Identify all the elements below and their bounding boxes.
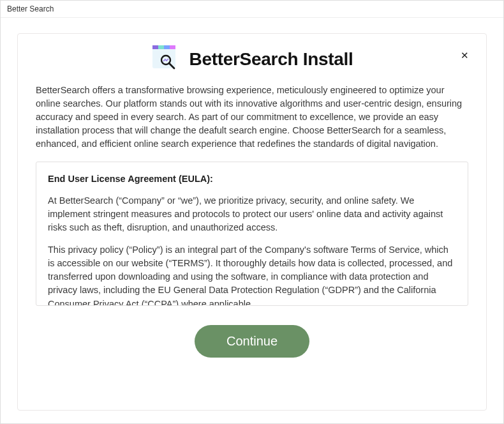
close-button[interactable]: ✕ bbox=[457, 48, 472, 63]
installer-title: BetterSearch Install bbox=[189, 49, 353, 70]
installer-card: BetterSearch Install ✕ BetterSearch offe… bbox=[17, 33, 487, 411]
continue-button[interactable]: Continue bbox=[195, 325, 309, 358]
eula-scrollbox[interactable]: End User License Agreement (EULA): At Be… bbox=[36, 162, 468, 306]
content-area: BetterSearch Install ✕ BetterSearch offe… bbox=[1, 18, 503, 423]
header-inner: BetterSearch Install bbox=[151, 45, 353, 73]
eula-heading: End User License Agreement (EULA): bbox=[48, 172, 456, 186]
button-row: Continue bbox=[36, 325, 468, 358]
eula-paragraph: At BetterSearch (“Company” or “we”), we … bbox=[48, 194, 456, 234]
intro-text: BetterSearch offers a transformative bro… bbox=[36, 84, 468, 150]
svg-line-1 bbox=[169, 63, 174, 68]
card-header: BetterSearch Install ✕ bbox=[36, 45, 468, 73]
window-title: Better Search bbox=[1, 1, 503, 18]
bettersearch-logo-icon bbox=[151, 45, 179, 73]
close-icon: ✕ bbox=[461, 50, 469, 61]
installer-window: Better Search BetterSearch Install bbox=[0, 0, 504, 424]
eula-paragraph: This privacy policy (“Policy”) is an int… bbox=[48, 243, 456, 306]
